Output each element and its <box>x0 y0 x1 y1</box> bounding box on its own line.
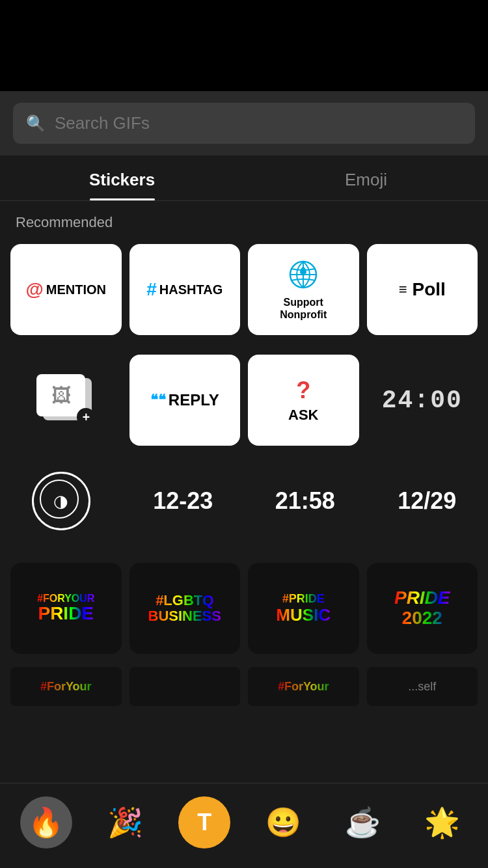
poll-lines-icon: ≡ <box>399 281 407 298</box>
reply-quotes-icon: ❝❝ <box>150 392 166 409</box>
nav-item-party[interactable]: 🎉 <box>99 796 151 848</box>
pride-stickers-row-1: #FORYOUR PRIDE #LGBTQ BUSINESS #PRIDE MU… <box>0 556 488 667</box>
stickers-row-1: @ MENTION # HASHTAG SupportNonprofit ≡ P… <box>0 237 488 348</box>
sticker-date-1229[interactable]: 12/29 <box>366 459 489 543</box>
photo-card-front: 🖼 <box>36 374 85 416</box>
clock-container: ◑ <box>32 472 90 530</box>
partial-sticker-1[interactable]: #ForYour <box>10 667 122 706</box>
partial-stickers-row: #ForYour #ForYour ...self <box>0 667 488 706</box>
mention-at-sign: @ <box>25 279 43 300</box>
nav-item-fire[interactable]: 🔥 <box>20 796 72 848</box>
photo-icon-wrap: 🖼 + <box>36 374 95 426</box>
hashtag-label: HASHTAG <box>159 282 223 297</box>
search-bar[interactable]: 🔍 <box>13 103 475 144</box>
bottom-nav: 🔥 🎉 T 😀 ☕ 🌟 <box>0 783 488 868</box>
hashtag-hash-sign: # <box>146 279 157 300</box>
sticker-countdown[interactable]: 24:00 <box>367 355 478 446</box>
poll-label: Poll <box>413 279 446 300</box>
date-1229-text: 12/29 <box>398 487 456 515</box>
ask-question-mark: ? <box>296 377 310 404</box>
reply-label: REPLY <box>169 391 219 409</box>
search-icon: 🔍 <box>26 115 46 133</box>
clock-center-icon: ◑ <box>53 491 68 511</box>
support-nonprofit-text: SupportNonprofit <box>280 296 327 321</box>
nav-item-sun[interactable]: 🌟 <box>416 796 468 848</box>
smile-emoji: 😀 <box>265 806 301 839</box>
ask-label: ASK <box>288 407 318 424</box>
sticker-foryour-pride[interactable]: #FORYOUR PRIDE <box>10 563 122 654</box>
text-T-label: T <box>197 809 211 836</box>
partial-sticker-2[interactable] <box>129 667 241 706</box>
time-2158-text: 21:58 <box>275 487 335 515</box>
sticker-support-nonprofit[interactable]: SupportNonprofit <box>248 244 359 335</box>
pride-music-text: #PRIDE MUSIC <box>276 593 331 624</box>
sticker-clock[interactable]: ◑ <box>0 459 122 543</box>
lgbtq-business-text: #LGBTQ BUSINESS <box>148 593 221 624</box>
tab-emoji[interactable]: Emoji <box>244 156 488 200</box>
partial-sticker-4[interactable]: ...self <box>367 667 478 706</box>
search-input[interactable] <box>55 113 462 133</box>
nav-item-smile[interactable]: 😀 <box>258 796 310 848</box>
partial-text-4: ...self <box>408 680 436 694</box>
stickers-row-2: 🖼 + ❝❝ REPLY ? ASK 24:00 <box>0 348 488 459</box>
sticker-pride-2022[interactable]: PRIDE 2022 <box>367 563 478 654</box>
foryour-pride-text: #FORYOUR PRIDE <box>37 593 94 624</box>
tab-stickers[interactable]: Stickers <box>0 156 244 200</box>
nav-item-coffee[interactable]: ☕ <box>336 796 388 848</box>
sticker-mention[interactable]: @ MENTION <box>10 244 122 335</box>
sticker-lgbtq-business[interactable]: #LGBTQ BUSINESS <box>129 563 241 654</box>
coffee-emoji: ☕ <box>345 806 381 839</box>
sticker-poll[interactable]: ≡ Poll <box>367 244 478 335</box>
support-nonprofit-icon <box>287 258 319 291</box>
partial-text-3: #ForYour <box>278 680 329 694</box>
sticker-add-photo[interactable]: 🖼 + <box>10 355 122 446</box>
partial-sticker-3[interactable]: #ForYour <box>248 667 359 706</box>
section-label-recommended: Recommended <box>0 201 488 237</box>
search-bar-container: 🔍 <box>0 91 488 156</box>
large-stickers-row: ◑ 12-23 21:58 12/29 <box>0 459 488 556</box>
nav-item-text[interactable]: T <box>178 796 230 848</box>
date-1223-text: 12-23 <box>153 487 213 515</box>
countdown-value: 24:00 <box>382 387 463 414</box>
pride-2022-text: PRIDE 2022 <box>394 588 450 629</box>
sticker-pride-music[interactable]: #PRIDE MUSIC <box>248 563 359 654</box>
photo-plus-icon: + <box>77 408 95 426</box>
sticker-reply[interactable]: ❝❝ REPLY <box>129 355 241 446</box>
tabs-row: Stickers Emoji <box>0 156 488 201</box>
photo-mountain-icon: 🖼 <box>51 385 71 407</box>
sun-emoji: 🌟 <box>424 806 460 839</box>
mention-label: MENTION <box>46 282 106 297</box>
sticker-hashtag[interactable]: # HASHTAG <box>129 244 241 335</box>
sticker-ask[interactable]: ? ASK <box>248 355 359 446</box>
party-emoji: 🎉 <box>107 806 143 839</box>
top-black-bar <box>0 0 488 91</box>
partial-text-1: #ForYour <box>40 680 92 694</box>
fire-emoji: 🔥 <box>28 806 64 839</box>
sticker-time-2158[interactable]: 21:58 <box>244 459 366 543</box>
sticker-date-1223[interactable]: 12-23 <box>122 459 245 543</box>
